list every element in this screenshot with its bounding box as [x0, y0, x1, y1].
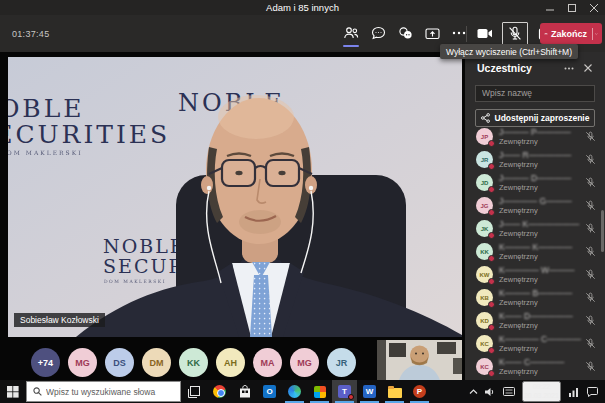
photos-icon [314, 386, 326, 398]
participant-bubble[interactable]: MG [68, 348, 97, 377]
participant-external-label: Zewnętrzny [499, 137, 581, 146]
participant-row[interactable]: JD J——— D———— Zewnętrzny [465, 171, 605, 194]
taskbar-app-outlook[interactable]: O [257, 380, 282, 403]
participant-external-label: Zewnętrzny [499, 252, 581, 261]
more-dots-icon [564, 67, 574, 70]
participant-bubble[interactable]: KK [179, 348, 208, 377]
participants-more-button[interactable] [562, 62, 576, 74]
participant-row[interactable]: KW K———— W——— Zewnętrzny [465, 263, 605, 286]
participants-button[interactable] [342, 22, 360, 44]
leave-options-chevron-icon[interactable] [595, 31, 598, 37]
participant-bubble[interactable]: DM [142, 348, 171, 377]
task-view-button[interactable] [181, 380, 207, 403]
participant-info: K——— K———— Zewnętrzny [499, 242, 581, 261]
window-title: Adam i 85 innych [0, 2, 605, 13]
participant-info: J—— R————— Zewnętrzny [499, 150, 581, 169]
tray-expand-button[interactable] [469, 389, 478, 395]
participant-avatar: KB [476, 289, 493, 306]
windows-logo-icon [7, 386, 19, 398]
participant-external-label: Zewnętrzny [499, 344, 581, 353]
participant-initials: MG [75, 358, 90, 368]
keyboard-icon [503, 387, 515, 396]
participant-search-input[interactable] [475, 85, 595, 102]
camera-button[interactable] [474, 22, 496, 45]
taskbar-clock[interactable]: 09:22 20.03.2021 [522, 381, 561, 402]
participant-avatar: JR [476, 151, 493, 168]
close-button[interactable] [589, 3, 599, 13]
tray-volume-button[interactable] [485, 387, 496, 397]
participant-initials: MG [297, 358, 312, 368]
participant-row[interactable]: KK K——— K———— Zewnętrzny [465, 240, 605, 263]
share-invite-label: Udostępnij zaproszenie [495, 113, 590, 123]
windows-taskbar: O T W P [0, 380, 605, 403]
close-icon [590, 4, 598, 12]
action-center-icon [587, 387, 598, 397]
taskbar-app-powerpoint[interactable]: P [407, 380, 432, 403]
participant-row[interactable]: KC K———— C————— Zewnętrzny [465, 332, 605, 355]
presence-busy-dot [488, 209, 496, 217]
participant-bubble[interactable]: MA [253, 348, 282, 377]
taskbar-app-explorer[interactable] [382, 380, 407, 403]
teams-notification-badge [348, 394, 354, 400]
participant-bubble[interactable]: JR [327, 348, 356, 377]
participant-row[interactable]: JR J—— R————— Zewnętrzny [465, 148, 605, 171]
taskbar-app-store[interactable] [232, 380, 257, 403]
window-controls [545, 0, 599, 15]
participant-bubble[interactable]: AH [216, 348, 245, 377]
share-invite-icon [481, 113, 490, 123]
taskbar-search-input[interactable] [46, 387, 174, 397]
participants-close-button[interactable] [581, 62, 595, 74]
minimize-button[interactable] [545, 3, 555, 13]
participant-info: K——— B———— Zewnętrzny [499, 288, 581, 307]
task-view-icon [188, 386, 200, 398]
participant-external-label: Zewnętrzny [499, 206, 581, 215]
participant-search [475, 82, 595, 102]
participant-avatar-initials: JG [480, 203, 488, 209]
taskbar-app-word[interactable]: W [357, 380, 382, 403]
taskbar-app-chrome[interactable] [207, 380, 232, 403]
start-button[interactable] [0, 380, 26, 403]
mute-tooltip: Wyłącz wyciszenie (Ctrl+Shift+M) [440, 44, 578, 59]
leave-meeting-button[interactable]: Zakończ [540, 23, 602, 44]
rooms-button[interactable] [396, 22, 414, 44]
tray-notification-button[interactable] [587, 387, 598, 397]
participant-avatar-initials: JD [481, 180, 489, 186]
participant-bubble[interactable]: DS [105, 348, 134, 377]
participant-info: K—— D————— Zewnętrzny [499, 311, 581, 330]
clock-date: 20.03.2021 [524, 392, 559, 401]
share-invite-button[interactable]: Udostępnij zaproszenie [475, 109, 595, 127]
minimize-icon [546, 4, 554, 12]
participant-name: K—— D————— [499, 311, 581, 321]
participant-avatar: KC [476, 335, 493, 352]
participant-row[interactable]: JP J——— P———— Zewnętrzny [465, 125, 605, 148]
participants-scrollbar[interactable] [601, 210, 604, 252]
participant-info: J—— K—————— Zewnętrzny [499, 219, 581, 238]
participant-row[interactable]: JG J———— G——— Zewnętrzny [465, 194, 605, 217]
tray-network-button[interactable] [568, 387, 580, 397]
participant-mic-muted-icon [585, 200, 596, 211]
maximize-button[interactable] [567, 3, 577, 13]
share-screen-button[interactable] [423, 22, 441, 44]
participant-name: J—— R————— [499, 150, 581, 160]
speaker-video-scene: NOBLE SECURITIES DOM MAKLERSKI NOBLE NOB… [8, 57, 462, 337]
taskbar-app-photos[interactable] [307, 380, 332, 403]
participant-bubble[interactable]: MG [290, 348, 319, 377]
mic-muted-button[interactable] [502, 22, 528, 45]
participant-name: K——— B———— [499, 288, 581, 298]
tray-keyboard-button[interactable] [503, 387, 515, 396]
outlook-icon: O [263, 385, 276, 398]
participant-info: K———— C————— Zewnętrzny [499, 334, 581, 353]
participant-info: K———— W——— Zewnętrzny [499, 265, 581, 284]
participant-avatar-initials: KD [480, 318, 489, 324]
participant-row[interactable]: KB K——— B———— Zewnętrzny [465, 286, 605, 309]
presence-busy-dot [488, 301, 496, 309]
participant-avatar-initials: KK [480, 249, 489, 255]
participant-row[interactable]: JK J—— K—————— Zewnętrzny [465, 217, 605, 240]
taskbar-app-teams[interactable]: T [332, 380, 357, 403]
self-view-video[interactable] [377, 340, 462, 380]
chat-button[interactable] [369, 22, 387, 44]
participant-row[interactable]: KC K—— C———— Zewnętrzny [465, 355, 605, 378]
taskbar-app-edge[interactable] [282, 380, 307, 403]
participant-row[interactable]: KD K—— D————— Zewnętrzny [465, 309, 605, 332]
participant-bubble[interactable]: +74 [31, 348, 60, 377]
